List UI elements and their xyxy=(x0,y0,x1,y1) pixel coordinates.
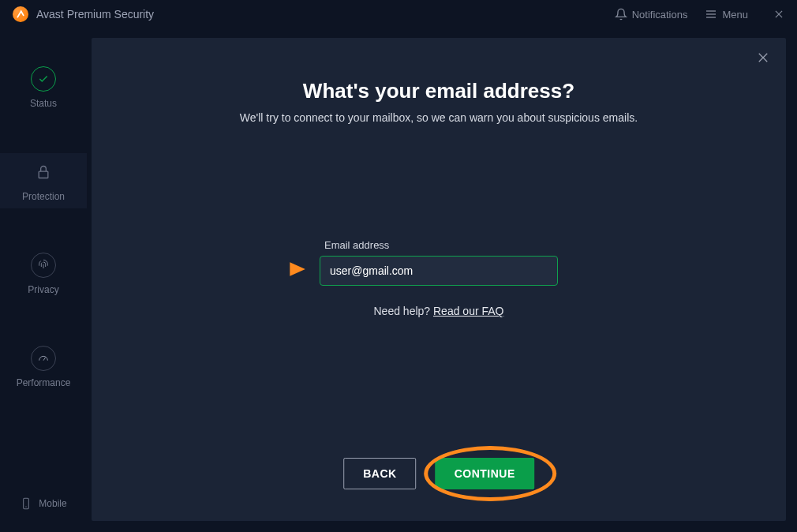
fingerprint-icon xyxy=(31,253,56,278)
svg-rect-7 xyxy=(24,498,29,508)
sidebar-item-status[interactable]: Status xyxy=(0,60,87,115)
check-icon xyxy=(38,73,49,84)
menu-button[interactable]: Menu xyxy=(705,8,748,21)
svg-rect-5 xyxy=(39,171,48,178)
notifications-button[interactable]: Notifications xyxy=(615,8,688,21)
sidebar-item-protection[interactable]: Protection xyxy=(0,153,87,208)
sidebar-item-label: Performance xyxy=(17,377,71,388)
sidebar-item-label: Mobile xyxy=(39,498,66,509)
continue-button[interactable]: CONTINUE xyxy=(436,458,534,489)
lock-icon xyxy=(31,159,56,185)
svg-marker-11 xyxy=(290,262,305,275)
email-input[interactable] xyxy=(320,256,558,286)
back-button[interactable]: BACK xyxy=(343,458,416,489)
sidebar: Status Protection Privacy xyxy=(0,28,87,532)
gauge-icon xyxy=(31,346,56,371)
sidebar-item-label: Protection xyxy=(22,191,65,202)
sidebar-item-label: Privacy xyxy=(28,284,58,295)
hamburger-icon xyxy=(705,8,717,21)
annotation-arrow-icon xyxy=(286,259,307,283)
avast-logo-icon xyxy=(16,9,25,19)
button-row: BACK CONTINUE xyxy=(343,458,534,489)
email-field-label: Email address xyxy=(324,239,389,251)
help-text: Need help? Read our FAQ xyxy=(373,305,503,317)
bell-icon xyxy=(615,8,627,21)
modal-title: What's your email address? xyxy=(303,79,574,103)
app-title: Avast Premium Security xyxy=(36,8,615,21)
sidebar-item-mobile[interactable]: Mobile xyxy=(0,491,87,516)
sidebar-item-privacy[interactable]: Privacy xyxy=(0,246,87,302)
sidebar-item-label: Status xyxy=(30,98,57,109)
modal-subtitle: We'll try to connect to your mailbox, so… xyxy=(240,111,638,124)
faq-link[interactable]: Read our FAQ xyxy=(433,305,504,317)
avast-logo xyxy=(13,6,28,22)
status-icon xyxy=(31,66,56,92)
titlebar: Avast Premium Security Notifications Men… xyxy=(0,0,797,28)
modal-close-button[interactable] xyxy=(756,51,770,65)
modal-overlay: What's your email address? We'll try to … xyxy=(92,38,786,521)
close-icon xyxy=(756,51,770,65)
svg-line-6 xyxy=(43,358,46,361)
mobile-icon xyxy=(20,497,32,510)
window-close-button[interactable] xyxy=(773,9,784,20)
close-icon xyxy=(773,9,784,20)
sidebar-item-performance[interactable]: Performance xyxy=(0,339,87,395)
